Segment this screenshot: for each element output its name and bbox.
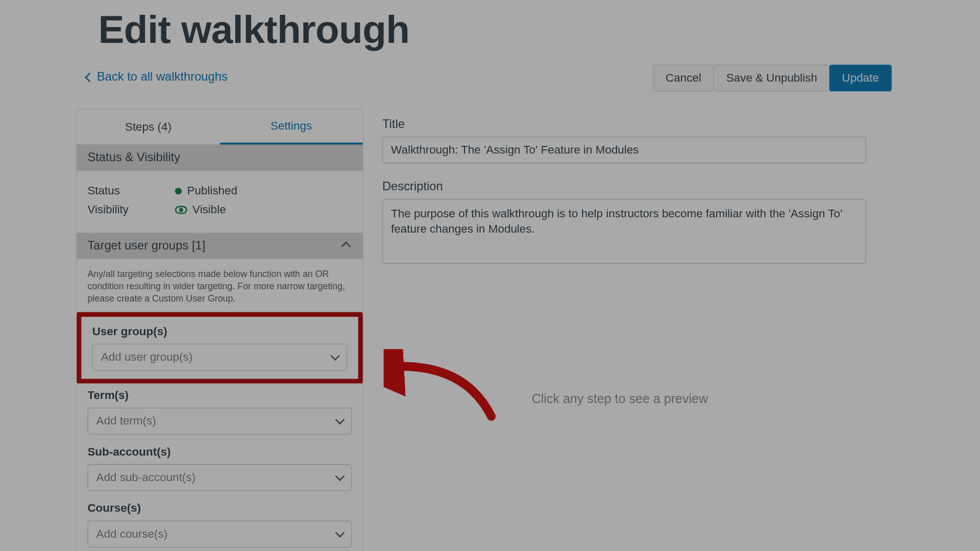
description-field-label: Description bbox=[382, 180, 884, 194]
status-label: Status bbox=[87, 184, 148, 197]
user-groups-field: User group(s) Add user group(s) bbox=[82, 317, 358, 379]
settings-sidebar: Steps (4) Settings Status & Visibility S… bbox=[76, 109, 363, 551]
target-helper-text: Any/all targeting selections made below … bbox=[77, 259, 362, 312]
visibility-row: Visibility Visible bbox=[87, 203, 352, 216]
visibility-label: Visibility bbox=[87, 203, 148, 216]
back-link[interactable]: Back to all walkthroughs bbox=[86, 70, 228, 84]
chevron-down-icon bbox=[330, 351, 340, 361]
status-visibility-title: Status & Visibility bbox=[87, 151, 180, 165]
status-visibility-header[interactable]: Status & Visibility bbox=[77, 144, 362, 170]
chevron-down-icon bbox=[335, 415, 345, 424]
chevron-up-icon bbox=[341, 241, 351, 251]
visibility-value: Visible bbox=[192, 203, 226, 216]
tab-settings[interactable]: Settings bbox=[220, 110, 363, 145]
page-title: Edit walkthrough bbox=[99, 7, 410, 52]
update-button[interactable]: Update bbox=[829, 65, 892, 92]
tabs: Steps (4) Settings bbox=[77, 110, 362, 145]
chevron-left-icon bbox=[85, 72, 94, 82]
subaccounts-placeholder: Add sub-account(s) bbox=[96, 471, 195, 484]
subaccounts-field: Sub-account(s) Add sub-account(s) bbox=[77, 444, 362, 500]
title-input[interactable] bbox=[382, 137, 866, 164]
cancel-button[interactable]: Cancel bbox=[653, 65, 714, 92]
subaccounts-select[interactable]: Add sub-account(s) bbox=[87, 464, 352, 491]
terms-placeholder: Add term(s) bbox=[96, 414, 156, 428]
courses-label: Course(s) bbox=[87, 502, 352, 515]
eye-icon bbox=[175, 206, 187, 214]
terms-label: Term(s) bbox=[87, 389, 352, 402]
target-groups-header[interactable]: Target user groups [1] bbox=[77, 233, 362, 259]
user-groups-placeholder: Add user group(s) bbox=[101, 350, 192, 364]
user-groups-label: User group(s) bbox=[92, 324, 348, 338]
title-field-label: Title bbox=[382, 117, 884, 131]
tab-steps[interactable]: Steps (4) bbox=[77, 110, 219, 144]
chevron-down-icon bbox=[335, 471, 345, 481]
arrow-annotation-icon bbox=[384, 349, 505, 430]
user-groups-select[interactable]: Add user group(s) bbox=[92, 343, 348, 370]
status-value: Published bbox=[187, 184, 237, 197]
actions-bar: Back to all walkthroughs Cancel Save & U… bbox=[0, 65, 980, 94]
target-groups-title: Target user groups [1] bbox=[87, 239, 205, 253]
main-form: Title Description bbox=[382, 109, 884, 267]
save-unpublish-button[interactable]: Save & Unpublish bbox=[714, 65, 830, 92]
subaccounts-label: Sub-account(s) bbox=[87, 445, 352, 458]
preview-placeholder: Click any step to see a preview bbox=[532, 391, 708, 406]
terms-field: Term(s) Add term(s) bbox=[77, 383, 362, 444]
courses-field: Course(s) Add course(s) bbox=[77, 500, 362, 551]
courses-select[interactable]: Add course(s) bbox=[87, 520, 352, 547]
description-textarea[interactable] bbox=[382, 199, 866, 264]
back-link-label: Back to all walkthroughs bbox=[97, 70, 228, 84]
status-row: Status Published bbox=[87, 184, 352, 197]
user-groups-highlight: User group(s) Add user group(s) bbox=[77, 312, 362, 383]
terms-select[interactable]: Add term(s) bbox=[87, 408, 352, 435]
status-visibility-body: Status Published Visibility Visible bbox=[77, 171, 362, 233]
status-dot-icon bbox=[175, 188, 182, 194]
chevron-down-icon bbox=[335, 528, 345, 538]
courses-placeholder: Add course(s) bbox=[96, 527, 168, 540]
